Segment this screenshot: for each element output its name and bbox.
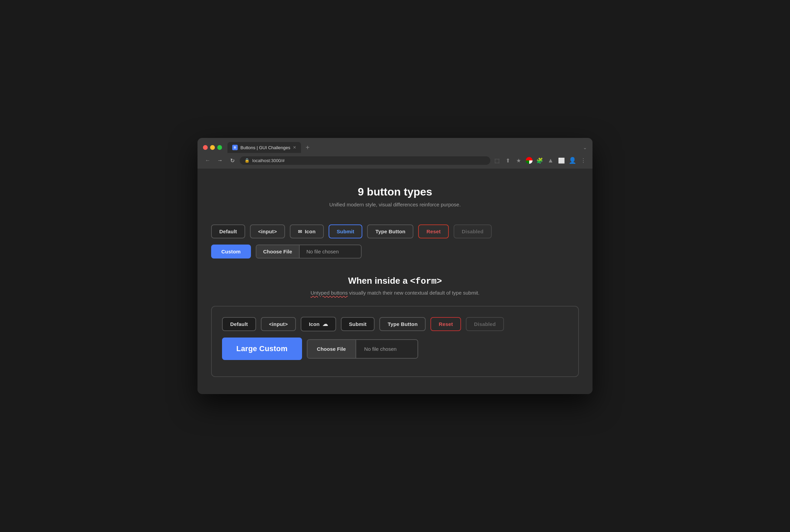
disabled-button: Disabled xyxy=(454,224,492,238)
new-tab-button[interactable]: + xyxy=(302,142,313,153)
toolbar-actions: ⬚ ⬆ ★ 🧩 ▲ ⬜ 👤 ⋮ xyxy=(493,157,587,164)
form-disabled-button: Disabled xyxy=(466,317,504,331)
large-custom-button[interactable]: Large Custom xyxy=(222,338,302,360)
form-section-title: When inside a <form> xyxy=(211,276,579,286)
form-button-row: Default <input> Icon ☁ Submit Type Butto… xyxy=(222,317,568,331)
file-input-group: Choose File No file chosen xyxy=(256,245,362,259)
form-submit-button[interactable]: Submit xyxy=(341,317,375,331)
controls-row: B Buttons | GUI Challenges ✕ + ⌄ xyxy=(203,142,587,153)
close-button[interactable] xyxy=(203,145,208,150)
form-reset-button[interactable]: Reset xyxy=(430,317,461,331)
reset-button[interactable]: Reset xyxy=(418,224,449,238)
form-choose-file-button[interactable]: Choose File xyxy=(307,340,356,358)
traffic-lights xyxy=(203,145,222,150)
type-button-button[interactable]: Type Button xyxy=(367,224,413,238)
browser-toolbar: ← → ↻ 🔒 localhost:3000/# ⬚ ⬆ ★ 🧩 ▲ ⬜ 👤 ⋮ xyxy=(198,153,592,169)
ext-puzzle-icon[interactable]: 🧩 xyxy=(536,157,543,164)
form-box: Default <input> Icon ☁ Submit Type Butto… xyxy=(211,306,579,377)
tab-chevron-icon[interactable]: ⌄ xyxy=(583,145,587,150)
form-icon-button[interactable]: Icon ☁ xyxy=(301,317,336,331)
form-file-input-group: Choose File No file chosen xyxy=(307,339,418,359)
page-subtitle: Unified modern style, visual differences… xyxy=(211,202,579,207)
top-button-row: Default <input> ✉ Icon Submit Type Butto… xyxy=(211,224,579,238)
forward-button[interactable]: → xyxy=(215,156,225,165)
tab-bar: B Buttons | GUI Challenges ✕ + xyxy=(227,142,580,153)
form-type-button-button[interactable]: Type Button xyxy=(379,317,426,331)
ext-person-icon[interactable]: ▲ xyxy=(547,157,554,164)
choose-file-button[interactable]: Choose File xyxy=(256,245,300,258)
tab-close-button[interactable]: ✕ xyxy=(293,145,296,150)
lock-icon: 🔒 xyxy=(244,158,250,163)
form-section: When inside a <form> Untyped buttons vis… xyxy=(211,276,579,377)
share-icon[interactable]: ⬆ xyxy=(504,157,511,164)
form-input-button[interactable]: <input> xyxy=(261,317,296,331)
tab-title: Buttons | GUI Challenges xyxy=(240,145,290,150)
file-no-chosen-text: No file chosen xyxy=(300,245,361,258)
tab-favicon: B xyxy=(232,145,238,150)
custom-button[interactable]: Custom xyxy=(211,245,251,259)
form-default-button[interactable]: Default xyxy=(222,317,256,331)
input-button[interactable]: <input> xyxy=(250,224,285,238)
custom-file-row: Custom Choose File No file chosen xyxy=(211,245,579,259)
ext-pizza-icon[interactable] xyxy=(526,157,533,164)
page-content: 9 button types Unified modern style, vis… xyxy=(198,169,592,394)
default-button[interactable]: Default xyxy=(211,224,245,238)
cloud-icon: ☁ xyxy=(322,321,328,327)
profile-icon[interactable]: 👤 xyxy=(569,157,576,164)
external-link-icon[interactable]: ⬚ xyxy=(493,157,501,164)
form-section-subtitle: Untyped buttons visually match their new… xyxy=(211,290,579,296)
submit-button[interactable]: Submit xyxy=(329,224,363,238)
menu-icon[interactable]: ⋮ xyxy=(580,157,587,164)
form-file-no-chosen-text: No file chosen xyxy=(356,340,417,358)
envelope-icon: ✉ xyxy=(298,229,302,234)
browser-titlebar: B Buttons | GUI Challenges ✕ + ⌄ xyxy=(198,138,592,153)
address-bar[interactable]: 🔒 localhost:3000/# xyxy=(240,156,490,165)
icon-button[interactable]: ✉ Icon xyxy=(290,224,324,238)
untyped-buttons-text: Untyped buttons xyxy=(311,290,348,296)
browser-window: B Buttons | GUI Challenges ✕ + ⌄ ← → ↻ 🔒… xyxy=(198,138,592,394)
reload-button[interactable]: ↻ xyxy=(227,156,237,165)
sidebar-icon[interactable]: ⬜ xyxy=(558,157,565,164)
bookmark-icon[interactable]: ★ xyxy=(515,157,522,164)
maximize-button[interactable] xyxy=(217,145,222,150)
url-text: localhost:3000/# xyxy=(252,158,285,163)
back-button[interactable]: ← xyxy=(203,156,212,165)
active-tab[interactable]: B Buttons | GUI Challenges ✕ xyxy=(227,142,301,153)
minimize-button[interactable] xyxy=(210,145,215,150)
page-title: 9 button types xyxy=(211,186,579,198)
form-custom-file-row: Large Custom Choose File No file chosen xyxy=(222,338,568,360)
